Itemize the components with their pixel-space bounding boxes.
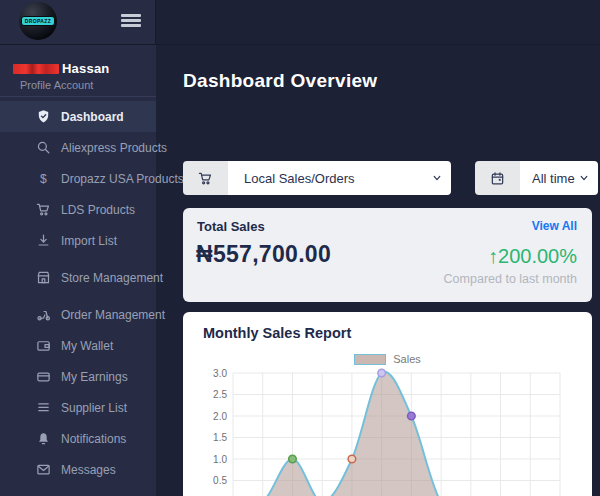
sales-filter-select[interactable]: Local Sales/Orders [228,161,451,195]
profile-subtitle: Profile Account [20,79,93,91]
sidebar-item-label: LDS Products [61,203,135,217]
sidebar-item-partial[interactable] [0,485,156,496]
svg-text:$: $ [40,172,47,186]
redacted-name-bar [13,64,59,74]
sidebar-item-aliexpress-products[interactable]: Aliexpress Products [0,132,156,163]
svg-text:1.0: 1.0 [213,454,227,465]
svg-text:2.5: 2.5 [213,389,227,400]
hamburger-menu-icon[interactable] [121,14,141,28]
envelope-icon [36,462,51,477]
sales-filter-wrap: Local Sales/Orders [228,161,451,195]
sidebar-item-store-management[interactable]: Store Management [0,262,156,293]
sidebar-menu: DashboardAliexpress Products$Dropazz USA… [0,101,156,496]
chart-title: Monthly Sales Report [203,325,351,341]
svg-text:1.5: 1.5 [213,432,227,443]
sidebar-item-label: My Wallet [61,339,113,353]
sidebar-item-messages[interactable]: Messages [0,454,156,485]
sidebar-item-my-earnings[interactable]: My Earnings [0,361,156,392]
dropazz-logo-text: DROPAZZ [21,16,56,26]
monthly-sales-card: Monthly Sales Report Sales 0.51.01.52.02… [183,312,592,496]
sidebar-item-label: Store Management [61,271,163,285]
topbar-brand-block: DROPAZZ [0,0,156,45]
sidebar-item-label: Order Management [61,308,165,322]
dashboard-app: DROPAZZ Hassan Profile Account Dashboard… [0,0,600,496]
page-title: Dashboard Overview [183,70,377,92]
time-filter-wrap: All time [520,161,598,195]
cart-icon [36,202,51,217]
dollar-icon: $ [36,171,51,186]
sidebar-item-dropazz-usa-products[interactable]: $Dropazz USA Products [0,163,156,194]
data-point [408,412,416,420]
sidebar-item-dashboard[interactable]: Dashboard [0,101,156,132]
sidebar-item-label: Dashboard [61,110,124,124]
chart-y-axis-labels: 0.51.01.52.02.53.0 [213,368,227,487]
cart-icon [183,161,228,195]
monthly-sales-chart: 0.51.01.52.02.53.0 [183,350,592,496]
total-sales-compare-text: Compared to last month [444,272,577,286]
time-filter-group: All time [475,161,598,195]
calendar-icon [475,161,520,195]
time-filter-select[interactable]: All time [520,161,598,195]
data-point [348,455,356,463]
total-sales-card: Total Sales View All ₦557,700.00 ↑200.00… [183,208,592,302]
store-icon [36,270,51,285]
sidebar-item-label: Supplier List [61,401,127,415]
sidebar-item-supplier-list[interactable]: Supplier List [0,392,156,423]
profile-name-text: Hassan [62,61,109,76]
list-icon [36,400,51,415]
total-sales-change: ↑200.00% [488,245,577,268]
sidebar-item-lds-products[interactable]: LDS Products [0,194,156,225]
sidebar-item-my-wallet[interactable]: My Wallet [0,330,156,361]
sales-filter-group: Local Sales/Orders [183,161,451,195]
sidebar-item-order-management[interactable]: Order Management [0,299,156,330]
sidebar-item-label: Messages [61,463,116,477]
bell-icon [36,431,51,446]
svg-text:2.0: 2.0 [213,411,227,422]
sidebar-item-notifications[interactable]: Notifications [0,423,156,454]
data-point [289,455,297,463]
main-topbar [156,0,600,45]
sidebar-item-label: Import List [61,234,117,248]
data-point [378,369,386,377]
sidebar-item-label: Aliexpress Products [61,141,167,155]
sidebar: Hassan Profile Account DashboardAliexpre… [0,45,156,496]
wallet-icon [36,338,51,353]
download-icon [36,233,51,248]
sidebar-item-label: My Earnings [61,370,128,384]
profile-account-block[interactable]: Hassan Profile Account [0,45,156,97]
sales-area-fill [233,372,560,496]
total-sales-label: Total Sales [197,219,265,234]
svg-text:3.0: 3.0 [213,368,227,379]
profile-name: Hassan [13,61,109,76]
sidebar-item-label: Dropazz USA Products [61,172,184,186]
scooter-icon [36,307,51,322]
card-icon [36,369,51,384]
sidebar-item-label: Notifications [61,432,126,446]
sidebar-item-import-list[interactable]: Import List [0,225,156,256]
search-icon [36,140,51,155]
dropazz-logo[interactable]: DROPAZZ [19,2,57,40]
shield-check-icon [36,109,51,124]
view-all-link[interactable]: View All [532,219,577,233]
total-sales-amount: ₦557,700.00 [196,241,331,268]
svg-text:0.5: 0.5 [213,475,227,486]
